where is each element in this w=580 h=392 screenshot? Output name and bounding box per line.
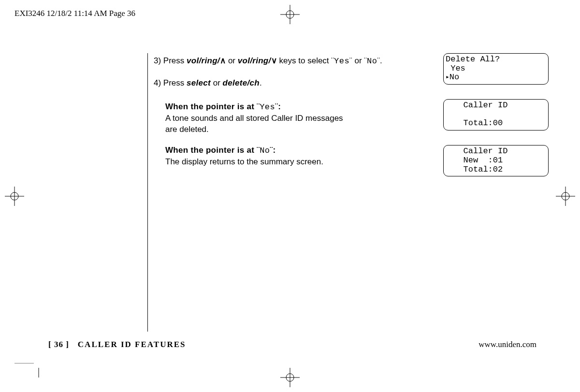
lcd-screen-delete-all: Delete All? Yes ▸No [443,53,549,85]
proof-header: EXI3246 12/18/2 11:14 AM Page 36 [14,9,135,18]
lcd-screens: Delete All? Yes ▸No Caller ID Total:00 C… [443,53,549,191]
text: Press [161,78,187,87]
sub-yes-line2: are deleted. [165,125,209,134]
text: or [211,78,223,87]
text: or [352,56,364,65]
sub-yes: When the pointer is at ¨Yes¨: A tone sou… [165,102,397,135]
arrow-down-icon: ∨ [271,56,277,65]
key-vol-ring-up: vol/ring/ [187,56,220,65]
sub-no-line1: The display returns to the summary scree… [165,157,323,166]
registration-mark-top [280,5,300,24]
text: or [226,56,238,65]
lcd-text-yes: Yes [334,57,349,66]
registration-mark-left [5,187,24,206]
text: . [380,56,382,65]
registration-mark-right [556,187,575,206]
key-delete-ch: delete/ch [223,78,260,87]
footer-url: www.uniden.com [478,340,536,349]
sub-no-heading: When the pointer is at ¨No¨: [165,145,276,155]
sub-yes-line1: A tone sounds and all stored Caller ID m… [165,114,343,123]
registration-mark-bottom [280,368,300,387]
text: . [260,78,262,87]
pointer-icon: ▸ [446,73,450,81]
sub-yes-heading: When the pointer is at ¨Yes¨: [165,102,281,111]
text: keys to select [277,56,331,65]
key-select: select [187,78,211,87]
crop-corner-bl [14,363,44,377]
arrow-up-icon: ∧ [220,56,226,65]
lcd-screen-total-00: Caller ID Total:00 [443,99,549,131]
lcd-screen-summary: Caller ID New :01 Total:02 [443,145,549,176]
step-4: 4) Press select or delete/ch. [154,78,424,89]
page-body: 3) Press vol/ring/∧ or vol/ring/∨ keys t… [147,53,549,332]
sub-no: When the pointer is at ¨No¨: The display… [165,145,397,168]
step-3: 3) Press vol/ring/∧ or vol/ring/∨ keys t… [154,56,424,67]
text: Press [161,56,187,65]
page-number: [ 36 ] [48,340,69,349]
section-title: CALLER ID FEATURES [78,340,186,349]
step-3-num: 3) [154,56,161,65]
step-4-num: 4) [154,78,161,87]
page-footer: [ 36 ] CALLER ID FEATURES www.uniden.com [48,340,536,349]
key-vol-ring-down: vol/ring/ [238,56,271,65]
lcd-text-no: No [367,57,377,66]
